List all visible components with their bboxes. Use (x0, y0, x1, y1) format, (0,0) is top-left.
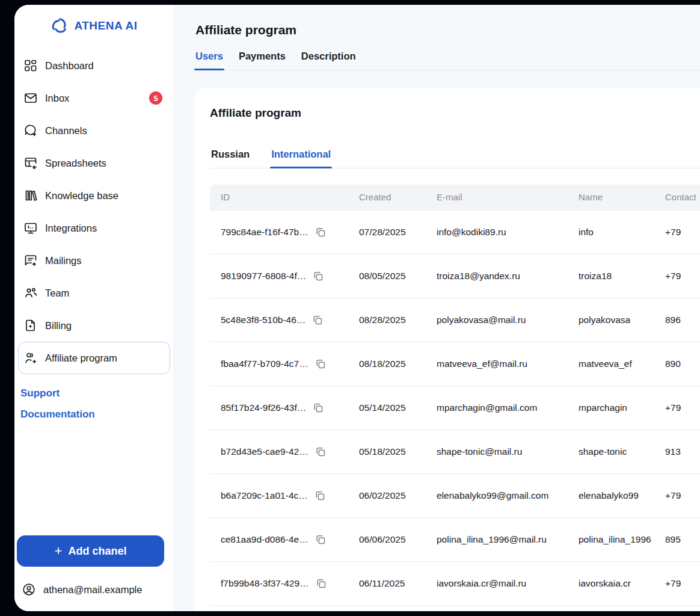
account-row[interactable]: athena@mail.example (14, 567, 174, 599)
sidebar-item-dashboard[interactable]: Dashboard (18, 49, 170, 82)
copy-icon (315, 446, 327, 458)
user-contact: 890 (654, 342, 700, 386)
table-row: f7b99b48-3f37-429… 06/11/2025 iavorskaia… (210, 561, 700, 605)
user-name: elenabalyko99 (568, 473, 654, 517)
copy-icon (315, 358, 327, 370)
sidebar: ATHENA AI Dashboard Inbox 5 (14, 5, 174, 611)
table-row: ce81aa9d-d086-4e… 06/06/2025 polina_ilin… (210, 517, 700, 561)
user-id: 98190977-6808-4f… (221, 271, 306, 282)
column-contact: Contact (654, 185, 700, 210)
table-row: fbaa4f77-b709-4c7… 08/18/2025 matveeva_e… (210, 342, 700, 386)
copy-id-button[interactable] (312, 270, 324, 282)
tab-users[interactable]: Users (194, 51, 224, 70)
user-id: b72d43e5-cae9-42… (221, 446, 309, 457)
app-window: ATHENA AI Dashboard Inbox 5 (14, 5, 700, 611)
user-email: polina_ilina_1996@mail.ru (426, 517, 568, 561)
user-contact: +79 (654, 561, 700, 605)
page-tabs: Users Payments Description (194, 51, 700, 70)
sidebar-item-spreadsheets[interactable]: Spreadsheets (18, 147, 170, 179)
books-icon (23, 188, 38, 203)
user-email: shape-tonic@mail.ru (426, 430, 568, 473)
column-id: ID (210, 185, 348, 210)
sidebar-item-label: Spreadsheets (45, 158, 106, 169)
copy-id-button[interactable] (312, 402, 324, 414)
column-name: Name (568, 185, 654, 210)
tab-russian[interactable]: Russian (210, 149, 251, 168)
created-date: 05/18/2025 (348, 430, 426, 473)
message-arrow-icon (23, 253, 38, 268)
table-row: 98190977-6808-4f… 08/05/2025 troiza18@ya… (210, 254, 700, 298)
user-email: matveeva_ef@mail.ru (426, 342, 568, 386)
sidebar-item-label: Inbox (45, 93, 69, 104)
main-content: Affiliate program Users Payments Descrip… (174, 5, 700, 611)
sidebar-item-label: Affiliate program (45, 353, 117, 364)
table-body: 799c84ae-f16f-47b… 07/28/2025 info@kodik… (210, 210, 700, 605)
copy-icon (312, 402, 324, 414)
user-email: iavorskaia.cr@mail.ru (426, 561, 568, 605)
inbox-envelope-icon (23, 91, 38, 105)
created-date: 08/18/2025 (348, 342, 426, 386)
user-contact: +79 (654, 473, 700, 517)
page-title: Affiliate program (195, 23, 700, 37)
user-email: mparchagin@gmail.com (426, 386, 568, 430)
sidebar-item-channels[interactable]: Channels (18, 114, 170, 147)
copy-id-button[interactable] (315, 534, 327, 546)
sidebar-item-inbox[interactable]: Inbox 5 (18, 82, 170, 114)
copy-id-button[interactable] (312, 314, 324, 326)
sidebar-item-label: Billing (45, 320, 72, 331)
inbox-unread-badge: 5 (149, 91, 162, 105)
copy-id-button[interactable] (315, 446, 327, 458)
sidebar-item-mailings[interactable]: Mailings (18, 244, 170, 277)
user-id: f7b99b48-3f37-429… (221, 578, 309, 589)
copy-icon (314, 490, 326, 502)
sidebar-item-knowledge-base[interactable]: Knowledge base (18, 179, 170, 212)
user-name: troiza18 (568, 254, 654, 298)
dashboard-icon (23, 58, 38, 73)
user-email: troiza18@yandex.ru (426, 254, 568, 298)
user-contact: +79 (654, 210, 700, 254)
user-name: matveeva_ef (568, 342, 654, 386)
copy-id-button[interactable] (315, 226, 327, 238)
user-contact: 896 (654, 298, 700, 342)
copy-icon (312, 314, 324, 326)
support-link[interactable]: Support (20, 387, 165, 399)
user-id: 799c84ae-f16f-47b… (221, 227, 309, 238)
user-id: fbaa4f77-b709-4c7… (221, 359, 309, 369)
sidebar-item-billing[interactable]: Billing (18, 309, 170, 342)
tab-international[interactable]: International (270, 149, 332, 168)
sidebar-item-affiliate-program[interactable]: Affiliate program (18, 342, 170, 374)
add-channel-button[interactable]: + Add chanel (17, 535, 164, 567)
user-name: iavorskaia.cr (568, 561, 654, 605)
user-circle-icon (22, 582, 36, 597)
created-date: 08/28/2025 (348, 298, 426, 342)
table-row: 85f17b24-9f26-43f… 05/14/2025 mparchagin… (210, 386, 700, 430)
table-row: b72d43e5-cae9-42… 05/18/2025 shape-tonic… (210, 430, 700, 473)
people-group-icon (23, 286, 38, 300)
sidebar-item-team[interactable]: Team (18, 277, 170, 309)
account-email: athena@mail.example (43, 584, 142, 596)
sidebar-item-label: Integrations (45, 223, 97, 234)
monitor-icon (23, 221, 38, 235)
created-date: 07/28/2025 (348, 210, 426, 254)
card-title: Affiliate program (210, 106, 700, 120)
copy-id-button[interactable] (315, 358, 327, 370)
sidebar-links: Support Documentation (14, 374, 174, 420)
user-contact: 913 (654, 430, 700, 473)
tab-payments[interactable]: Payments (238, 51, 287, 70)
brand-logo: ATHENA AI (14, 17, 174, 35)
copy-id-button[interactable] (314, 490, 326, 502)
user-id: ce81aa9d-d086-4e… (221, 534, 309, 545)
tab-description[interactable]: Description (300, 51, 357, 70)
sidebar-item-integrations[interactable]: Integrations (18, 212, 170, 244)
copy-icon (312, 270, 324, 282)
created-date: 06/02/2025 (348, 473, 426, 517)
plus-icon: + (55, 544, 63, 558)
table-gear-icon (23, 156, 38, 170)
copy-id-button[interactable] (315, 578, 327, 590)
user-name: mparchagin (568, 386, 654, 430)
user-id: 5c48e3f8-510b-46… (221, 315, 305, 325)
table-row: 5c48e3f8-510b-46… 08/28/2025 polyakovasa… (210, 298, 700, 342)
athena-knot-icon (51, 17, 69, 35)
users-table: ID Created E-mail Name Contact 799c84ae-… (210, 185, 700, 606)
documentation-link[interactable]: Documentation (20, 408, 165, 420)
